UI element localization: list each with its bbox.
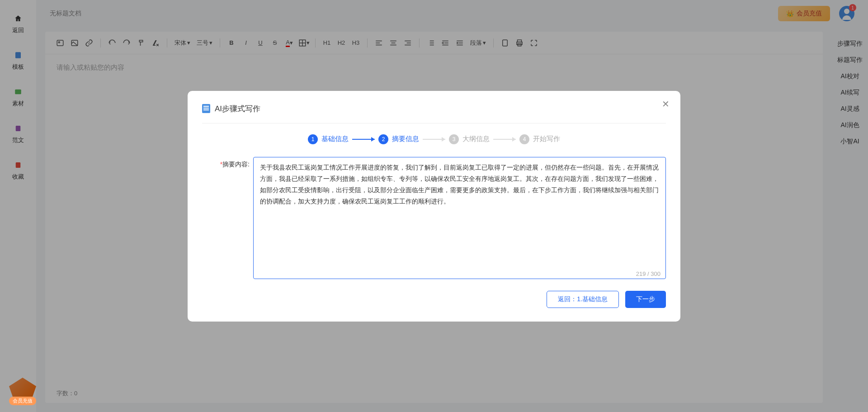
step-3: 3 大纲信息 bbox=[449, 134, 490, 144]
step-2: 2 摘要信息 bbox=[378, 134, 419, 144]
arrow-icon bbox=[493, 137, 516, 142]
arrow-icon bbox=[423, 137, 445, 142]
modal-overlay: ✕ AI步骤式写作 1 基础信息 2 摘要信息 3 大纲信息 4 bbox=[0, 0, 868, 412]
summary-textarea[interactable] bbox=[253, 157, 666, 279]
close-icon[interactable]: ✕ bbox=[660, 99, 670, 109]
summary-label: *摘要内容: bbox=[202, 157, 250, 281]
char-count: 219 / 300 bbox=[636, 270, 660, 277]
divider bbox=[202, 123, 666, 123]
step-indicator: 1 基础信息 2 摘要信息 3 大纲信息 4 开始写作 bbox=[202, 134, 666, 144]
document-icon bbox=[202, 104, 210, 113]
promo-label: 会员充值 bbox=[9, 397, 36, 405]
step-4: 4 开始写作 bbox=[519, 134, 560, 144]
next-button[interactable]: 下一步 bbox=[625, 291, 666, 308]
back-button[interactable]: 返回：1.基础信息 bbox=[547, 291, 619, 308]
step-1: 1 基础信息 bbox=[308, 134, 349, 144]
ai-step-write-modal: ✕ AI步骤式写作 1 基础信息 2 摘要信息 3 大纲信息 4 bbox=[188, 91, 680, 322]
arrow-icon bbox=[352, 137, 375, 142]
modal-title-text: AI步骤式写作 bbox=[215, 104, 260, 114]
